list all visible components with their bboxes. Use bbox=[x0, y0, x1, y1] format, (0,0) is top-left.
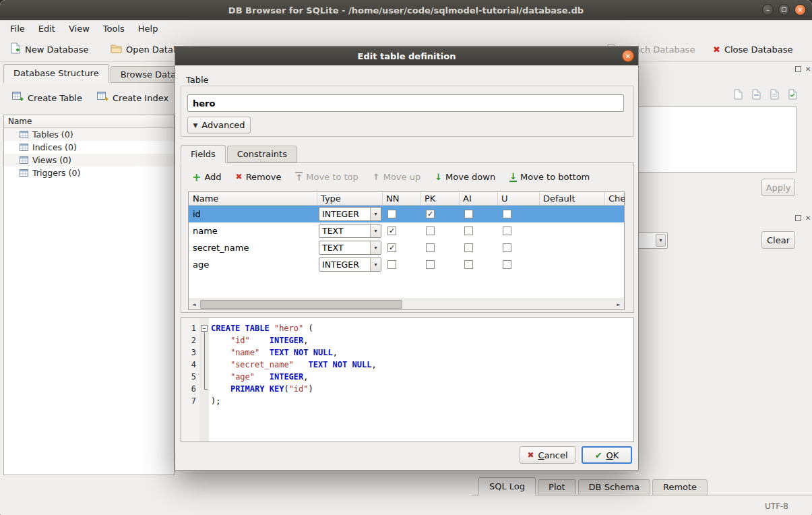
new-database-icon bbox=[9, 42, 21, 56]
pk-checkbox[interactable]: ✓ bbox=[426, 210, 435, 218]
u-checkbox[interactable] bbox=[503, 226, 511, 235]
maximize-button[interactable] bbox=[778, 4, 790, 16]
u-checkbox[interactable] bbox=[503, 210, 511, 218]
create-index-button[interactable]: Create Index bbox=[93, 88, 173, 107]
move-to-bottom-button[interactable]: ↓ Move to bottom bbox=[509, 172, 590, 182]
menu-view[interactable]: View bbox=[62, 22, 96, 36]
advanced-toggle-button[interactable]: ▼ Advanced bbox=[187, 117, 251, 133]
horizontal-scrollbar[interactable]: ◄ ► bbox=[189, 299, 624, 309]
fold-collapse-icon[interactable]: − bbox=[201, 325, 208, 332]
field-row-id[interactable]: idINTEGER▾✓ bbox=[189, 206, 624, 222]
bottom-tab-sql-log[interactable]: SQL Log bbox=[478, 477, 536, 495]
column-header-check[interactable]: Check bbox=[605, 192, 625, 205]
document-icon[interactable] bbox=[768, 87, 781, 101]
menu-file[interactable]: File bbox=[3, 22, 32, 36]
float-dock-icon[interactable] bbox=[795, 66, 801, 72]
create-table-button[interactable]: Create Table bbox=[8, 88, 86, 107]
ai-checkbox[interactable] bbox=[464, 243, 473, 252]
remove-field-button[interactable]: ✖ Remove bbox=[236, 172, 282, 182]
move-up-button[interactable]: ↑ Move up bbox=[373, 172, 420, 182]
float-dock-icon[interactable] bbox=[795, 215, 801, 221]
bottom-tab-plot[interactable]: Plot bbox=[538, 479, 576, 495]
scroll-left-icon[interactable]: ◄ bbox=[189, 302, 199, 307]
move-down-button[interactable]: ↓ Move down bbox=[435, 172, 495, 182]
table-icon bbox=[20, 169, 28, 177]
clear-button[interactable]: Clear bbox=[761, 231, 795, 249]
close-dock-icon[interactable]: ✕ bbox=[805, 65, 811, 73]
menu-edit[interactable]: Edit bbox=[32, 22, 62, 36]
field-row-name[interactable]: nameTEXT▾✓ bbox=[189, 222, 624, 239]
bottom-tab-remote[interactable]: Remote bbox=[652, 479, 708, 495]
ai-checkbox[interactable] bbox=[464, 226, 473, 235]
new-database-button[interactable]: New Database bbox=[5, 40, 93, 59]
table-name-input[interactable]: hero bbox=[187, 94, 624, 112]
add-field-button[interactable]: + Add bbox=[192, 172, 222, 182]
close-dock-icon[interactable]: ✕ bbox=[805, 214, 811, 222]
u-checkbox[interactable] bbox=[503, 243, 511, 252]
close-window-button[interactable]: × bbox=[794, 4, 806, 16]
column-header-u[interactable]: U bbox=[498, 192, 540, 205]
maximize-icon bbox=[782, 7, 786, 12]
status-bar: UTF-8 bbox=[0, 495, 812, 515]
type-combobox[interactable]: INTEGER▾ bbox=[319, 207, 381, 221]
window-titlebar[interactable]: DB Browser for SQLite - /home/user/code/… bbox=[0, 0, 812, 20]
move-to-top-button[interactable]: ↑ Move to top bbox=[295, 172, 358, 182]
field-row-age[interactable]: ageINTEGER▾ bbox=[189, 256, 624, 273]
field-row-secret_name[interactable]: secret_nameTEXT▾✓ bbox=[189, 239, 624, 256]
pk-checkbox[interactable] bbox=[426, 226, 435, 235]
chevron-down-icon[interactable]: ▾ bbox=[370, 208, 381, 220]
scrollbar-track[interactable] bbox=[199, 299, 613, 310]
apply-button[interactable]: Apply bbox=[761, 179, 795, 196]
type-combobox[interactable]: TEXT▾ bbox=[319, 241, 381, 255]
menu-help[interactable]: Help bbox=[131, 22, 165, 36]
tree-header-name[interactable]: Name bbox=[4, 115, 174, 128]
document-icon[interactable] bbox=[749, 87, 763, 101]
ok-button[interactable]: ✔ OK bbox=[582, 446, 632, 464]
nn-checkbox[interactable]: ✓ bbox=[387, 243, 396, 252]
tab-constraints[interactable]: Constraints bbox=[227, 146, 297, 162]
pk-checkbox[interactable] bbox=[426, 243, 435, 252]
column-header-type[interactable]: Type bbox=[317, 192, 383, 205]
menu-tools[interactable]: Tools bbox=[96, 22, 131, 36]
close-database-button[interactable]: ✖ Close Database bbox=[709, 40, 797, 59]
nn-checkbox[interactable]: ✓ bbox=[387, 226, 396, 235]
fold-marker bbox=[199, 395, 209, 407]
ai-checkbox[interactable] bbox=[464, 260, 473, 269]
scrollbar-thumb[interactable] bbox=[200, 300, 402, 309]
tree-item-triggers[interactable]: Triggers (0) bbox=[4, 166, 174, 179]
cancel-button[interactable]: ✖ Cancel bbox=[520, 446, 575, 464]
nn-checkbox[interactable] bbox=[387, 260, 396, 269]
scroll-right-icon[interactable]: ► bbox=[613, 302, 624, 307]
type-combobox[interactable]: TEXT▾ bbox=[319, 224, 381, 238]
chevron-down-icon[interactable]: ▾ bbox=[656, 234, 666, 247]
column-header-ai[interactable]: AI bbox=[460, 192, 498, 205]
document-icon[interactable] bbox=[731, 87, 745, 101]
sql-preview[interactable]: 1−CREATE TABLE "hero" (2 "id" INTEGER,3 … bbox=[181, 317, 634, 442]
dialog-titlebar[interactable]: Edit table definition ✕ bbox=[175, 47, 638, 65]
tree-item-indices[interactable]: Indices (0) bbox=[4, 141, 174, 154]
nn-checkbox[interactable] bbox=[387, 210, 396, 218]
tree-item-views[interactable]: Views (0) bbox=[4, 154, 174, 166]
u-checkbox[interactable] bbox=[503, 260, 511, 269]
edit-cell-textarea[interactable] bbox=[633, 107, 797, 173]
pk-checkbox[interactable] bbox=[426, 260, 435, 269]
tab-database-structure[interactable]: Database Structure bbox=[3, 64, 109, 83]
minimize-button[interactable]: – bbox=[762, 4, 774, 16]
column-header-pk[interactable]: PK bbox=[421, 192, 460, 205]
ai-checkbox[interactable] bbox=[464, 210, 473, 218]
bottom-tab-db-schema[interactable]: DB Schema bbox=[578, 479, 650, 495]
type-combobox[interactable]: INTEGER▾ bbox=[319, 258, 381, 272]
chevron-down-icon[interactable]: ▾ bbox=[370, 224, 381, 237]
chevron-down-icon[interactable]: ▾ bbox=[370, 258, 381, 271]
document-icon[interactable] bbox=[786, 87, 799, 101]
column-header-nn[interactable]: NN bbox=[383, 192, 421, 205]
cancel-icon: ✖ bbox=[527, 450, 534, 460]
tree-item-tables[interactable]: Tables (0) bbox=[4, 128, 174, 141]
chevron-down-icon[interactable]: ▾ bbox=[370, 241, 381, 254]
column-header-name[interactable]: Name bbox=[189, 192, 317, 205]
close-dialog-button[interactable]: ✕ bbox=[622, 50, 634, 62]
tab-fields[interactable]: Fields bbox=[181, 145, 226, 163]
column-header-default[interactable]: Default bbox=[540, 192, 605, 205]
dialog-tab-bar: Fields Constraints bbox=[181, 145, 299, 162]
move-up-icon: ↑ bbox=[373, 173, 380, 181]
